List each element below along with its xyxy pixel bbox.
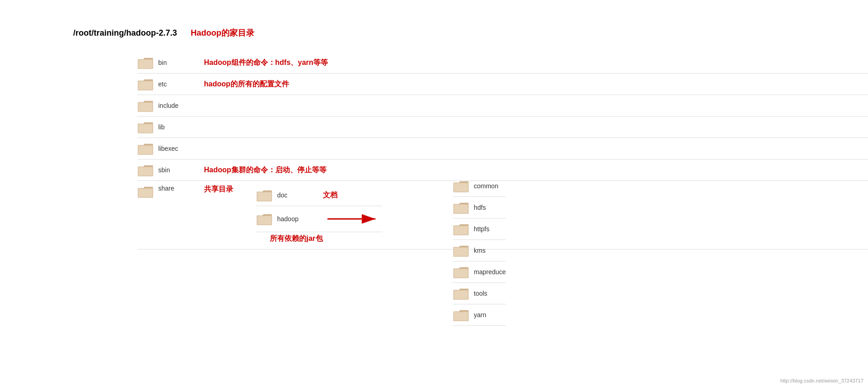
page-title: /root/training/hadoop-2.7.3	[73, 28, 177, 38]
folder-icon-bin	[137, 56, 154, 69]
third-folder-name-kms: kms	[474, 247, 506, 254]
third-folder-row-tools: tools	[453, 283, 506, 304]
folder-name-include: include	[158, 102, 190, 109]
main-container: /root/training/hadoop-2.7.3 Hadoop的家目录 b…	[0, 0, 868, 268]
folder-icon-etc	[137, 77, 154, 91]
folder-icon-share	[137, 185, 154, 198]
folder-icon-include	[137, 99, 154, 112]
folder-row-lib: lib	[137, 117, 868, 138]
third-folder-name-common: common	[474, 182, 506, 190]
folder-section: bin Hadoop组件的命令：hdfs、yarn等等 etc hadoop的所…	[73, 52, 868, 250]
annotation-bin: Hadoop组件的命令：hdfs、yarn等等	[204, 58, 328, 68]
folder-icon-lib	[137, 120, 154, 134]
folder-name-bin: bin	[158, 59, 190, 66]
sub-folder-row-hadoop: hadoop	[256, 206, 382, 232]
folder-row-libexec: libexec	[137, 138, 868, 159]
folder-icon-yarn	[453, 308, 469, 322]
annotation-doc: 文档	[323, 191, 338, 200]
third-folder-row-hdfs: hdfs	[453, 197, 506, 218]
folder-name-share: share	[158, 185, 190, 192]
folder-name-etc: etc	[158, 80, 190, 88]
page-title-row: /root/training/hadoop-2.7.3 Hadoop的家目录	[73, 27, 868, 38]
third-folder-row-mapreduce: mapreduce	[453, 261, 506, 283]
third-folder-row-yarn: yarn	[453, 304, 506, 326]
third-folder-row-kms: kms	[453, 240, 506, 261]
third-folder-row-common: common	[453, 175, 506, 197]
folder-name-libexec: libexec	[158, 145, 190, 152]
folder-icon-hadoop	[256, 212, 273, 226]
arrow-right	[327, 210, 382, 228]
third-folder-name-hdfs: hdfs	[474, 204, 506, 211]
folder-icon-tools	[453, 287, 469, 300]
sub-folder-hadoop-wrapper: hadoop	[256, 206, 382, 245]
watermark: http://blog.csdn.net/weixin_37243717	[780, 378, 863, 383]
folder-icon-doc	[256, 188, 273, 202]
folder-icon-libexec	[137, 142, 154, 155]
third-folder-name-httpfs: httpfs	[474, 225, 506, 233]
folder-icon-httpfs	[453, 222, 469, 236]
folder-row-etc: etc hadoop的所有的配置文件	[137, 74, 868, 95]
sub-annotation: 所有依赖的jar包	[261, 232, 382, 245]
folder-icon-kms	[453, 244, 469, 257]
annotation-sbin: Hadoop集群的命令：启动、停止等等	[204, 165, 327, 175]
folder-row-bin: bin Hadoop组件的命令：hdfs、yarn等等	[137, 52, 868, 74]
folder-row-include: include	[137, 95, 868, 117]
sub-folder-row-doc: doc 文档	[256, 185, 382, 206]
sub-folder-name-hadoop: hadoop	[277, 215, 309, 223]
annotation-share: 共享目录	[204, 185, 233, 194]
sub-annotation-text: 所有依赖的jar包	[270, 234, 323, 242]
sub-folder-name-doc: doc	[277, 191, 309, 199]
third-folder-row-httpfs: httpfs	[453, 218, 506, 240]
folder-name-sbin: sbin	[158, 166, 190, 174]
third-folder-name-yarn: yarn	[474, 311, 506, 319]
folder-icon-hdfs	[453, 201, 469, 214]
folder-icon-mapreduce	[453, 265, 469, 279]
third-folder-list: common hdfs httpfs	[453, 175, 506, 326]
annotation-etc: hadoop的所有的配置文件	[204, 80, 289, 89]
third-folder-name-mapreduce: mapreduce	[474, 268, 506, 276]
third-folder-name-tools: tools	[474, 290, 506, 297]
folder-icon-sbin	[137, 163, 154, 177]
page-title-annotation: Hadoop的家目录	[191, 27, 254, 38]
folder-name-lib: lib	[158, 123, 190, 131]
folder-icon-common	[453, 179, 469, 193]
sub-folder-list: doc 文档 hadoop	[256, 185, 382, 245]
